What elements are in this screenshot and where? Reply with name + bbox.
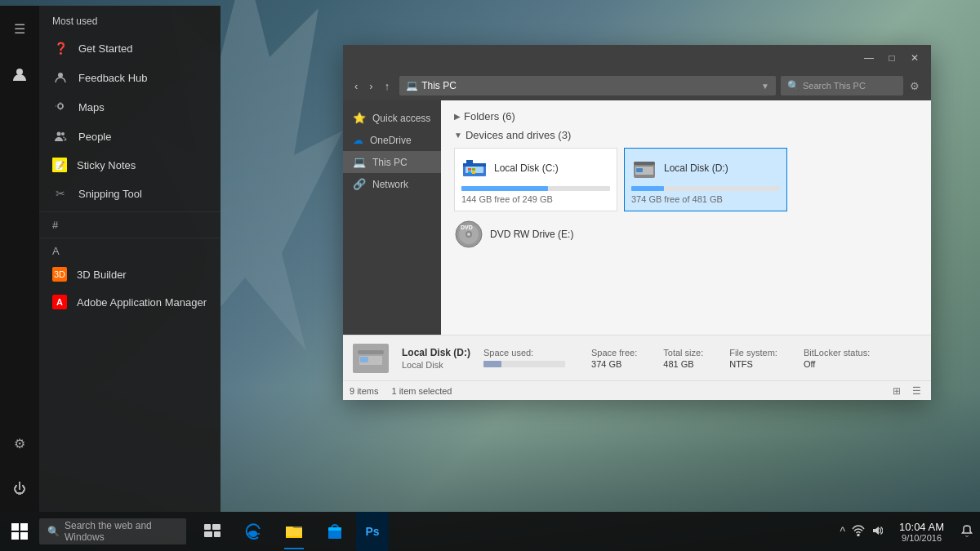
status-bitlocker: BitLocker status: Off [804, 348, 870, 369]
svg-rect-14 [634, 162, 655, 165]
taskbar-app-task-view[interactable] [193, 512, 232, 551]
start-item-sticky-notes[interactable]: 📝 Sticky Notes [39, 151, 220, 179]
svg-rect-27 [20, 523, 28, 531]
get-started-icon: ❓ [52, 40, 69, 56]
bottom-status-bar: 9 items 1 item selected ⊞ ☰ [343, 380, 931, 400]
user-account-button[interactable] [3, 58, 36, 91]
nav-item-quick-access[interactable]: ⭐ Quick access [343, 107, 441, 129]
nav-item-network[interactable]: 🔗 Network [343, 173, 441, 195]
svg-point-36 [858, 534, 859, 535]
svg-rect-25 [360, 357, 368, 362]
this-pc-icon: 💻 [353, 156, 366, 168]
status-space-fill [483, 361, 501, 367]
drive-d-bar-fill [631, 186, 664, 191]
hamburger-button[interactable]: ☰ [3, 12, 36, 45]
taskbar-app-file-explorer[interactable] [274, 512, 314, 551]
search-button[interactable]: ⚙ [905, 77, 924, 96]
maximize-button[interactable]: □ [882, 48, 902, 68]
details-view-button[interactable]: ⊞ [889, 384, 905, 398]
drive-c-name: Local Disk (C:) [494, 162, 559, 174]
quick-access-icon: ⭐ [353, 112, 366, 124]
space-used-label: Space used: [483, 348, 565, 358]
start-button[interactable] [0, 512, 39, 551]
maps-icon [52, 99, 69, 115]
start-nav-icons: ☰ ⚙ ⏻ [0, 6, 39, 512]
forward-button[interactable]: › [364, 77, 377, 96]
drive-c-bar-fill [461, 186, 548, 191]
svg-rect-11 [468, 171, 471, 174]
people-icon [52, 128, 69, 144]
drive-d-header: Local Disk (D:) [631, 155, 780, 181]
svg-point-2 [58, 104, 63, 109]
drive-c-header: Local Disk (C:) [461, 155, 610, 181]
start-item-snipping-tool[interactable]: ✂ Snipping Tool [39, 179, 220, 208]
svg-rect-30 [204, 524, 211, 530]
devices-section-title: Devices and drives (3) [466, 129, 571, 141]
nav-item-this-pc[interactable]: 💻 This PC [343, 151, 441, 173]
svg-point-0 [16, 69, 23, 75]
tray-network-icon[interactable] [852, 525, 865, 539]
file-explorer-window: — □ ✕ ‹ › ↑ 💻 This PC ▼ 🔍 Search This PC… [343, 45, 931, 400]
tray-chevron-icon[interactable]: ^ [840, 525, 845, 538]
total-size-label: Total size: [663, 348, 703, 358]
list-view-button[interactable]: ☰ [908, 384, 924, 398]
taskbar-app-edge[interactable] [234, 512, 273, 551]
3d-builder-icon: 3D [52, 267, 67, 282]
clock[interactable]: 10:04 AM 9/10/2016 [889, 512, 954, 551]
settings-button[interactable]: ⚙ [3, 427, 36, 460]
toolbar: ‹ › ↑ 💻 This PC ▼ 🔍 Search This PC ⚙ [343, 71, 931, 100]
svg-rect-23 [358, 350, 384, 354]
nav-item-onedrive[interactable]: ☁ OneDrive [343, 129, 441, 151]
drive-c-info: 144 GB free of 249 GB [461, 194, 610, 204]
dvd-drive-item[interactable]: DVD DVD RW Drive (E:) [448, 215, 924, 254]
tray-sound-icon[interactable] [871, 525, 883, 539]
sticky-notes-icon: 📝 [52, 158, 67, 172]
status-space-bar [483, 361, 565, 367]
view-buttons: ⊞ ☰ [889, 384, 924, 398]
start-item-people[interactable]: People [39, 122, 220, 151]
notification-button[interactable] [954, 512, 980, 551]
svg-rect-12 [472, 171, 475, 174]
start-item-get-started[interactable]: ❓ Get Started [39, 33, 220, 63]
svg-point-4 [61, 132, 65, 136]
drive-c-item[interactable]: Local Disk (C:) 144 GB free of 249 GB [454, 148, 617, 211]
start-item-feedback-hub[interactable]: Feedback Hub [39, 63, 220, 92]
space-free-value: 374 GB [591, 359, 637, 369]
address-bar[interactable]: 💻 This PC ▼ [399, 76, 776, 96]
onedrive-icon: ☁ [353, 134, 363, 146]
dvd-drive-name: DVD RW Drive (E:) [490, 229, 573, 240]
status-total-size: Total size: 481 GB [663, 348, 703, 369]
devices-section-header[interactable]: ▼ Devices and drives (3) [448, 126, 924, 144]
items-count: 9 items [350, 386, 378, 396]
start-item-adobe-app-manager[interactable]: A Adobe Application Manager [39, 288, 220, 316]
address-text: This PC [421, 80, 457, 91]
up-button[interactable]: ↑ [380, 77, 395, 96]
taskbar-app-store[interactable] [315, 512, 354, 551]
search-bar[interactable]: 🔍 Search This PC [781, 76, 903, 96]
close-button[interactable]: ✕ [905, 48, 924, 68]
svg-point-20 [467, 233, 470, 236]
adobe-icon: A [52, 295, 67, 309]
taskbar-search[interactable]: 🔍 Search the web and Windows [39, 518, 186, 544]
drive-d-icon [631, 155, 657, 181]
section-hash: # [39, 211, 220, 234]
status-space-used: Space used: [483, 348, 565, 369]
devices-chevron-icon: ▼ [454, 131, 462, 140]
svg-rect-32 [204, 531, 212, 537]
start-item-maps[interactable]: Maps [39, 92, 220, 122]
svg-rect-9 [468, 168, 471, 171]
bitlocker-label: BitLocker status: [804, 348, 870, 358]
power-button[interactable]: ⏻ [3, 473, 36, 505]
svg-point-1 [58, 73, 63, 78]
status-space-free: Space free: 374 GB [591, 348, 637, 369]
drive-d-item[interactable]: Local Disk (D:) 374 GB free of 481 GB [624, 148, 787, 211]
minimize-button[interactable]: — [859, 48, 879, 68]
folders-section-header[interactable]: ▶ Folders (6) [448, 107, 924, 126]
status-drive-name: Local Disk (D:) [402, 347, 470, 358]
start-item-3d-builder[interactable]: 3D 3D Builder [39, 260, 220, 288]
drive-d-name: Local Disk (D:) [664, 162, 728, 174]
selected-count: 1 item selected [391, 386, 452, 396]
taskbar-app-photoshop[interactable]: Ps [356, 512, 389, 551]
nav-pane: ⭐ Quick access ☁ OneDrive 💻 This PC 🔗 Ne… [343, 100, 441, 335]
back-button[interactable]: ‹ [350, 77, 363, 96]
